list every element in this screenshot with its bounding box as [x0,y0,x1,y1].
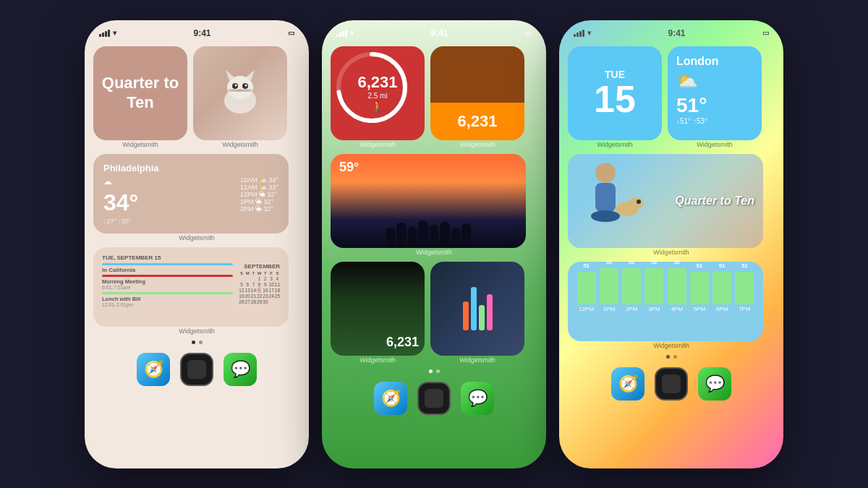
dark-icon-2[interactable] [417,382,451,415]
dot-3-1 [666,355,670,359]
phone2-widgets: 6,231 2.5 mi 🚶 Widgetsmith 6,231 [322,42,546,468]
bar-6: 51 5PM [690,262,709,312]
sunset-bg: 59° [331,154,526,248]
battery-icon-1: ▭ [288,29,294,37]
weather-icon: ☁ [103,176,138,187]
status-time-3: 9:41 [668,28,685,38]
bar-3: 52 2PM [622,259,641,312]
cal-event-2: Morning Meeting [102,278,233,285]
bar-4: 52 3PM [644,259,663,312]
figure-label: Widgetsmith [430,356,524,364]
sunset-widget[interactable]: 59° Widgetsmith [331,154,537,256]
steps-icon: 🚶 [370,100,385,114]
cal-events: In California Morning Meeting 6:01-7:01a… [102,263,233,307]
person-photo-body: Quarter to Ten [568,154,763,248]
steps-ring-widget[interactable]: 6,231 2.5 mi 🚶 Widgetsmith [331,46,425,148]
cal-month-title: SEPTEMBER [239,263,280,270]
svg-point-19 [629,197,643,209]
messages-icon-1[interactable]: 💬 [224,353,257,386]
svg-rect-16 [595,183,616,212]
dot-1-active [192,341,195,344]
steps-plain-widget[interactable]: 6,231 Widgetsmith [430,46,524,148]
signal-bars-icon-2 [336,30,347,37]
signal-bars-icon-3 [574,30,584,37]
status-bar-1: ▾ 9:41 ▭ [85,20,309,42]
widget-row-2-3: 6,231 Widgetsmith [331,262,537,364]
clock-widget[interactable]: Quarter to Ten Widgetsmith [93,46,187,148]
chart-label: Widgetsmith [568,342,775,349]
signal-area: ▾ [99,29,116,37]
person-dog-svg [576,158,649,245]
steps-ring-body: 6,231 2.5 mi 🚶 [331,46,425,140]
widget-row-1: Quarter to Ten Widgetsmith [93,46,300,148]
clock-label: Widgetsmith [93,141,187,148]
weather-temp: 34° [103,189,138,216]
widget-row-2-1: 6,231 2.5 mi 🚶 Widgetsmith 6,231 [331,46,537,148]
dot-2-1 [429,369,433,373]
safari-icon-2[interactable]: 🧭 [374,382,407,415]
svg-point-20 [637,200,641,204]
weather-city: Philadelphia [103,163,278,174]
figure-widget[interactable]: Widgetsmith [430,262,524,364]
dock-3: 🧭 💬 [568,367,775,401]
weather-widget-body: Philadelphia ☁ 34° ↓27° ↑35° 10AM ⛅ 34° … [93,154,289,234]
cat-label: Widgetsmith [193,141,287,148]
messages-icon-2[interactable]: 💬 [461,382,494,415]
svg-point-6 [235,84,237,86]
page-dots-1 [93,341,300,344]
person-photo-widget[interactable]: Quarter to Ten Widgetsmith [568,154,775,256]
wifi-icon-2: ▾ [350,29,354,37]
weather-hourly: 10AM ⛅ 34° 11AM ⛅ 33° 12PM 🌦 32° 1PM 🌦 3… [240,176,278,213]
cal-label: Widgetsmith [93,328,300,335]
color-bars [463,287,493,330]
steps-plain-body: 6,231 [430,46,524,140]
date-number: 15 [594,80,636,118]
cal-event-2-time: 6:01-7:01am [102,285,233,290]
forest-number: 6,231 [386,335,419,350]
wifi-icon: ▾ [113,29,116,37]
steps-sub: 2.5 mi [367,92,387,100]
cal-grid-header: SMTWTFS [239,271,280,275]
cal-grid: 1234 567891011 12131415161718 1920212223… [239,276,280,304]
widget-row-3-1: TUE 15 Widgetsmith London ⛅ 51° ↓51° ↑53… [568,46,775,148]
phones-container: ▾ 9:41 ▭ Quarter to Ten Widgetsmith [85,20,783,468]
orange-steps-number: 6,231 [457,112,497,131]
status-bar-2: ▾ 9:41 ▭ [322,20,546,42]
dark-icon-1[interactable] [180,353,213,386]
page-dots-3 [568,355,775,359]
dark-icon-3[interactable] [655,367,688,401]
london-widget-body: London ⛅ 51° ↓51° ↑53° [668,46,762,140]
phone1-widgets: Quarter to Ten Widgetsmith [85,42,309,468]
cal-body: In California Morning Meeting 6:01-7:01a… [102,263,280,307]
phone3-screen: ▾ 9:41 ▭ TUE 15 Widgetsmith [559,20,783,468]
cal-header: TUE, SEPTEMBER 15 [102,254,280,261]
cat-svg [211,64,269,122]
messages-icon-3[interactable]: 💬 [698,367,731,401]
london-icon: ⛅ [676,71,698,91]
sunset-widget-body: 59° [331,154,526,248]
battery-icon-2: ▭ [525,29,532,37]
dot-3-2 [673,355,677,359]
sunset-label: Widgetsmith [331,249,537,256]
weather-chart-widget[interactable]: 51 12PM 52 1PM 52 [568,262,775,349]
wifi-icon-3: ▾ [587,29,591,37]
cat-photo-widget[interactable]: Widgetsmith [193,46,287,148]
date-label: Widgetsmith [568,141,662,148]
calendar-widget-body: TUE, SEPTEMBER 15 In California Morning … [93,247,289,327]
date-widget-body: TUE 15 [568,46,662,140]
forest-widget[interactable]: 6,231 Widgetsmith [331,262,425,364]
calendar-widget-1[interactable]: TUE, SEPTEMBER 15 In California Morning … [93,247,300,335]
safari-icon-3[interactable]: 🧭 [611,367,644,401]
clock-text: Quarter to Ten [101,74,180,112]
orange-bottom: 6,231 [430,103,524,140]
phone1-screen: ▾ 9:41 ▭ Quarter to Ten Widgetsmith [85,20,309,468]
weather-widget-1[interactable]: Philadelphia ☁ 34° ↓27° ↑35° 10AM ⛅ 34° … [93,154,300,241]
phone-green: ▾ 9:41 ▭ [322,20,546,468]
date-widget[interactable]: TUE 15 Widgetsmith [568,46,662,148]
battery-icon-3: ▭ [762,29,769,37]
status-time-1: 9:41 [193,28,210,38]
london-widget[interactable]: London ⛅ 51° ↓51° ↑53° Widgetsmith [668,46,762,148]
dock-2: 🧭 💬 [331,382,537,415]
weather-range: ↓27° ↑35° [103,218,138,225]
safari-icon-1[interactable]: 🧭 [137,353,170,386]
